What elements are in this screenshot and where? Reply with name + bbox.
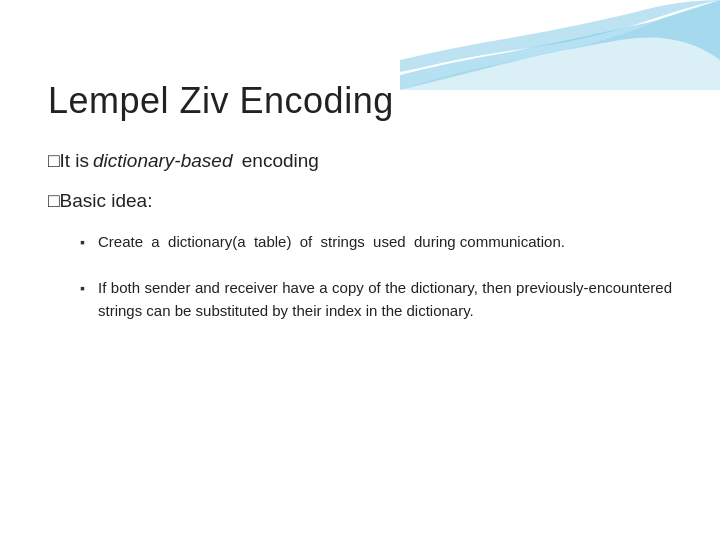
slide: Lempel Ziv Encoding □It is dictionary-ba… — [0, 0, 720, 540]
encoding-text: encoding — [236, 150, 318, 172]
sub-bullet-1-text: Create a dictionary(a table) of strings … — [98, 230, 672, 253]
bullet-square-2: □Basic idea: — [48, 190, 152, 212]
slide-title: Lempel Ziv Encoding — [48, 80, 672, 122]
sub-bullet-2-text: If both sender and receiver have a copy … — [98, 276, 672, 323]
bullet-dictionary: □It is dictionary-based encoding — [48, 150, 672, 172]
bullet-dot-1: ▪ — [80, 232, 90, 254]
bullet-square-1: □It is — [48, 150, 89, 172]
sub-bullet-2: ▪ If both sender and receiver have a cop… — [80, 276, 672, 323]
dictionary-italic: dictionary-based — [93, 150, 232, 172]
sub-bullets-container: ▪ Create a dictionary(a table) of string… — [80, 230, 672, 322]
sub-bullet-1: ▪ Create a dictionary(a table) of string… — [80, 230, 672, 254]
bullet-dot-2: ▪ — [80, 278, 90, 300]
slide-content: Lempel Ziv Encoding □It is dictionary-ba… — [0, 0, 720, 384]
bullet-basic-idea: □Basic idea: — [48, 190, 672, 212]
